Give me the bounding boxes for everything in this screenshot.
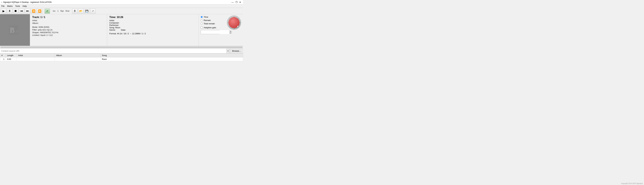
gain-value-input[interactable]: 0.0 dBFS bbox=[201, 30, 229, 34]
menu-bar: File Matrix Tools Help bbox=[0, 4, 243, 8]
rewind-icon: ⏪ bbox=[32, 9, 36, 13]
menu-help[interactable]: Help bbox=[21, 4, 28, 8]
eq-button[interactable]: 🎚 bbox=[72, 8, 78, 14]
time-radio[interactable] bbox=[201, 16, 203, 18]
remain-radio-label[interactable]: Remain bbox=[204, 19, 211, 22]
open-button[interactable]: 📂 bbox=[78, 8, 84, 14]
col-header-song: Song bbox=[101, 54, 243, 57]
gain-spinbox[interactable]: 0.0 dBFS ▲ ▼ bbox=[201, 30, 220, 34]
filter-row: Filter: poly-sinc-mp-2s bbox=[32, 28, 105, 31]
maximize-button[interactable]: ❐ bbox=[235, 1, 238, 4]
export-button[interactable]: ↗ bbox=[90, 8, 96, 14]
progress-bar-container[interactable] bbox=[0, 46, 243, 49]
volume-knob[interactable] bbox=[228, 17, 240, 28]
format-label: Format: bbox=[109, 32, 116, 35]
song-row: Song: Roon bbox=[109, 26, 196, 29]
uri-input[interactable] bbox=[0, 49, 226, 53]
menu-file[interactable]: File bbox=[0, 4, 6, 8]
inv-label: Inv bbox=[52, 10, 56, 12]
remain-radio[interactable] bbox=[201, 19, 203, 21]
adaptive-gain-label[interactable]: Adaptive gain bbox=[204, 26, 216, 29]
filter-label: Filter: bbox=[32, 28, 38, 31]
cell-num: 1 bbox=[0, 57, 6, 61]
volume-knob-container[interactable] bbox=[227, 16, 241, 30]
minimize-button[interactable]: — bbox=[231, 1, 234, 4]
rnd-label: Rnd bbox=[65, 10, 70, 12]
pause-icon: ⏸ bbox=[8, 9, 11, 13]
save-button[interactable]: 💾 bbox=[84, 8, 90, 14]
col-header-length: Length bbox=[6, 54, 17, 57]
gain-arrows: ▲ ▼ bbox=[229, 30, 232, 34]
genre-label: Genre: bbox=[109, 29, 116, 31]
album-art-placeholder-icon: 𝅘𝅥𝅯 B ♪ bbox=[7, 24, 23, 36]
mode-row: Mode: SDM (DSD) bbox=[32, 26, 105, 28]
forward-button[interactable]: ⏩ bbox=[37, 8, 42, 14]
prev-icon: ⏮ bbox=[20, 9, 23, 13]
play-button[interactable]: ▶ bbox=[1, 8, 6, 14]
filter-value-text: poly-sinc-mp-2s bbox=[38, 28, 52, 31]
track-title: Track: 1 / 1 bbox=[32, 16, 105, 19]
close-button[interactable]: ✕ bbox=[238, 1, 242, 4]
time-radio-label[interactable]: Time bbox=[204, 16, 208, 18]
gain-down-button[interactable]: ▼ bbox=[230, 32, 232, 34]
shaper-row: Shaper: AMSDM7EC 512+fs bbox=[32, 31, 105, 34]
shaper-label: Shaper: bbox=[32, 31, 40, 34]
progress-bar[interactable] bbox=[1, 46, 242, 48]
limited-label: Limited / Apod: bbox=[32, 34, 46, 36]
toolbar: ▶ ⏸ ⏹ ⏮ ⏭ ⏪ ⏩ ✔ Inv 1 Rpt Rnd 🎚 📂 💾 ↗ bbox=[0, 8, 243, 14]
pause-button[interactable]: ⏸ bbox=[7, 8, 12, 14]
menu-matrix[interactable]: Matrix bbox=[6, 4, 14, 8]
cell-length: 0:00 bbox=[6, 57, 17, 61]
gain-up-button[interactable]: ▲ bbox=[230, 30, 232, 32]
composer-row: Composer: bbox=[109, 22, 196, 24]
track-info-right: Time: 10:26 Artist: Composer: Performer:… bbox=[107, 14, 199, 46]
table-row[interactable]: 1 0:00 Roon bbox=[0, 57, 243, 61]
knob-ring bbox=[227, 16, 241, 30]
controls-panel: Time Remain Total remain Adaptive gain 0… bbox=[199, 14, 243, 46]
eq-icon: 🎚 bbox=[74, 10, 76, 12]
prev-button[interactable]: ⏮ bbox=[19, 8, 24, 14]
song-label: Song: bbox=[109, 26, 115, 29]
date-label: Date: bbox=[121, 29, 126, 31]
song-value-text: Roon bbox=[115, 26, 120, 29]
rpt-label: Rpt bbox=[60, 10, 64, 12]
play-icon: ▶ bbox=[2, 9, 5, 13]
col-header-artist: Artist bbox=[17, 54, 55, 57]
check-icon: ✔ bbox=[46, 10, 48, 12]
rewind-button[interactable]: ⏪ bbox=[31, 8, 36, 14]
uri-dropdown-button[interactable]: ▼ bbox=[226, 49, 230, 53]
col-header-album: Album bbox=[55, 54, 101, 57]
artist-row-left: Artist: bbox=[32, 19, 105, 22]
artist-label-left: Artist: bbox=[32, 19, 38, 22]
export-icon: ↗ bbox=[92, 10, 94, 12]
playlist-header: # Length Artist Album Song bbox=[0, 54, 243, 57]
format-row: Format: 44.1k / 16 / 2 → 12.288M / 1 / 2 bbox=[109, 32, 196, 35]
mode-label: Mode: bbox=[32, 26, 38, 28]
cell-song: Roon bbox=[101, 57, 243, 61]
next-icon: ⏭ bbox=[26, 9, 29, 13]
total-remain-radio[interactable] bbox=[201, 22, 203, 25]
menu-tools[interactable]: Tools bbox=[14, 4, 21, 8]
check-button[interactable]: ✔ bbox=[44, 8, 50, 14]
album-row: Album: bbox=[32, 22, 105, 24]
adaptive-gain-checkbox[interactable] bbox=[201, 26, 203, 28]
app-title: Signalyst HQPlayer 4 Desktop - registere… bbox=[3, 1, 52, 3]
forward-icon: ⏩ bbox=[38, 9, 42, 13]
app-icon: ♪ bbox=[1, 1, 2, 3]
mode-value-text: SDM (DSD) bbox=[38, 26, 50, 28]
total-remain-radio-label[interactable]: Total remain bbox=[204, 22, 215, 25]
browse-button[interactable]: Browse... bbox=[230, 49, 243, 53]
playlist-container: # Length Artist Album Song 1 0:00 Roon bbox=[0, 54, 243, 61]
main-content: 𝅘𝅥𝅯 B ♪ Track: 1 / 1 Artist: Album: Mode… bbox=[0, 14, 243, 46]
save-icon: 💾 bbox=[85, 10, 88, 12]
col-header-num: # bbox=[0, 54, 6, 57]
format-value-text: 44.1k / 16 / 2 → 12.288M / 1 / 2 bbox=[117, 32, 146, 35]
next-button[interactable]: ⏭ bbox=[25, 8, 30, 14]
stop-button[interactable]: ⏹ bbox=[13, 8, 18, 14]
cell-artist bbox=[17, 57, 55, 61]
playlist-body: 1 0:00 Roon bbox=[0, 57, 243, 61]
limited-row: Limited / Apod: 2 / 112 bbox=[32, 34, 105, 36]
album-label: Album: bbox=[32, 22, 38, 24]
svg-text:♪: ♪ bbox=[16, 28, 18, 33]
performer-label: Performer: bbox=[109, 24, 119, 26]
